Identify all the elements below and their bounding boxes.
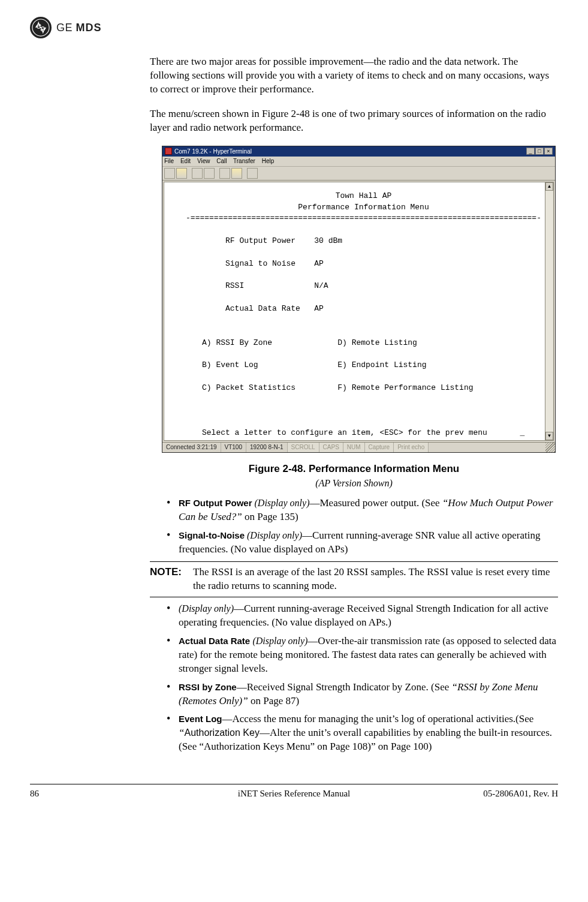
toolbar-properties-icon[interactable] [247,168,258,179]
intro-paragraph-1: There are two major areas for possible i… [150,55,558,97]
opt-e: E) Endpoint Listing [337,360,426,369]
row-adr-val: AP [314,304,324,313]
toolbar-open-icon[interactable] [176,168,187,179]
row-rf-val: 30 dBm [314,236,342,245]
b4-label: Actual Data Rate [179,636,252,646]
resize-grip-icon[interactable] [545,443,555,452]
bullet-rf-output: RF Output Power (Display only)—Measured … [167,497,558,524]
b1-text: —Measured power output. (See [309,497,442,509]
row-rf-label: RF Output Power [225,236,295,245]
status-caps: CAPS [319,443,343,452]
b6-authkey: Authorization Key [184,727,259,738]
term-divider: -=======================================… [179,213,548,224]
window-titlebar: Com7 19.2K - HyperTerminal _ □ × [162,146,555,157]
term-title: Town Hall AP [179,191,548,202]
toolbar-disconnect-icon[interactable] [204,168,215,179]
b3-disp: (Display only) [179,603,234,614]
toolbar-connect-icon[interactable] [192,168,203,179]
statusbar: Connected 3:21:19 VT100 19200 8-N-1 SCRO… [162,442,555,452]
menu-call[interactable]: Call [216,158,227,164]
menu-transfer[interactable]: Transfer [233,158,255,164]
page-footer: 86 iNET Series Reference Manual 05-2806A… [30,784,558,799]
scroll-up-icon[interactable]: ▲ [545,182,553,191]
brand-text: GE MDS [56,20,102,35]
status-config: 19200 8-N-1 [246,443,288,452]
scroll-down-icon[interactable]: ▼ [545,432,553,440]
scrollbar[interactable]: ▲ ▼ [545,182,554,441]
opt-c: C) Packet Statistics [202,383,295,392]
note-label: NOTE: [150,566,188,593]
row-snr-val: AP [314,259,324,268]
status-num: NUM [343,443,365,452]
bullet-list-lower: (Display only)—Current running-average R… [167,602,558,754]
b4-disp: (Display only) [252,636,307,646]
app-icon [165,148,172,155]
bullet-rssi-zone: RSSI by Zone—Received Signal Strength In… [167,681,558,708]
b5-label: RSSI by Zone [179,682,237,692]
figure-title: Figure 2-48. Performance Information Men… [249,463,459,474]
status-scroll: SCROLL [288,443,319,452]
b2-label: Signal-to-Noise [179,530,245,540]
b1-tail: on Page 135) [242,511,298,522]
brand-mds: MDS [76,22,102,34]
term-cursor: _ [520,428,525,437]
window-title: Com7 19.2K - HyperTerminal [174,148,252,156]
bullet-event-log: Event Log—Access the menu for managing t… [167,712,558,754]
note-text: The RSSI is an average of the last 20 RS… [193,566,558,593]
menu-view[interactable]: View [197,158,210,164]
b5-text: —Received Signal Strength Indicator by Z… [237,681,452,693]
footer-title: iNET Series Reference Manual [206,787,382,799]
footer-pageno: 86 [30,787,206,799]
bullet-actual-data-rate: Actual Data Rate (Display only)—Over-the… [167,635,558,676]
b1-label: RF Output Power [179,498,252,508]
b1-disp: (Display only) [252,498,310,508]
opt-b: B) Event Log [202,360,258,369]
row-rssi-label: RSSI [225,281,244,290]
status-printecho: Print echo [394,443,429,452]
term-prompt: Select a letter to configure an item, <E… [202,428,487,437]
hyperterminal-window: Com7 19.2K - HyperTerminal _ □ × File Ed… [162,146,556,453]
intro-paragraph-2: The menu/screen shown in Figure 2-48 is … [150,107,558,135]
scroll-track[interactable] [545,191,553,432]
menu-edit[interactable]: Edit [180,158,191,164]
b3-text: —Current running-average Received Signal… [179,603,548,628]
bullet-snr: Signal-to-Noise (Display only)—Current r… [167,529,558,557]
b2-disp: (Display only) [245,530,302,540]
note-block: NOTE: The RSSI is an average of the last… [150,561,558,597]
minimize-button[interactable]: _ [526,148,535,155]
opt-d: D) Remote Listing [337,338,417,347]
footer-rev: 05-2806A01, Rev. H [382,787,558,799]
maximize-button[interactable]: □ [535,148,544,155]
close-button[interactable]: × [544,148,553,155]
menubar: File Edit View Call Transfer Help [162,157,555,167]
ge-logo-icon [30,17,52,38]
bullet-list-upper: RF Output Power (Display only)—Measured … [167,497,558,557]
opt-a: A) RSSI By Zone [202,338,272,347]
page-header: GE MDS [30,17,558,38]
row-snr-label: Signal to Noise [225,259,295,268]
status-emulation: VT100 [221,443,246,452]
bullet-rssi-disp: (Display only)—Current running-average R… [167,602,558,630]
status-connected: Connected 3:21:19 [162,443,221,452]
row-rssi-val: N/A [314,281,328,290]
terminal-body[interactable]: Town Hall APPerformance Information Menu… [164,182,554,441]
opt-f: F) Remote Performance Listing [337,383,473,392]
b5-tail: on Page 87) [248,695,299,706]
term-subtitle: Performance Information Menu [179,202,548,214]
status-capture: Capture [365,443,394,452]
figure-subtitle: (AP Version Shown) [150,477,558,490]
toolbar-receive-icon[interactable] [231,168,242,179]
toolbar [162,167,555,181]
toolbar-send-icon[interactable] [219,168,230,179]
toolbar-new-icon[interactable] [164,168,175,179]
b6-text: —Access the menu for managing the unit’s… [222,713,534,724]
menu-file[interactable]: File [164,158,174,164]
row-adr-label: Actual Data Rate [225,304,300,313]
brand-ge: GE [56,22,73,34]
b6-label: Event Log [179,714,222,724]
menu-help[interactable]: Help [262,158,275,164]
